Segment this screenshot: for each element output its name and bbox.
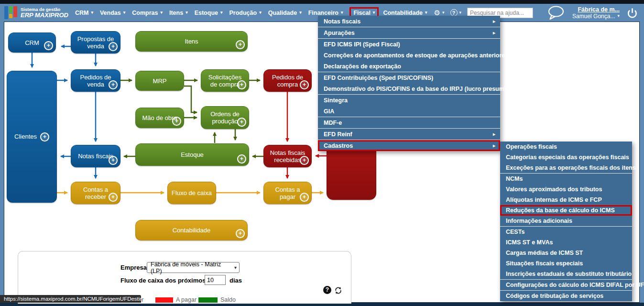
flow-box-notas-fiscais-recebidas[interactable]: Notas fiscais recebidas +: [263, 145, 312, 167]
nav-item-financeiro[interactable]: Financeiro▾: [308, 10, 343, 16]
help-menu[interactable]: ? ▾: [450, 9, 462, 16]
flow-box-solicitacoes-de-compra[interactable]: Solicitações de compra +: [201, 69, 249, 92]
submenu-arrow-icon: ▸: [493, 131, 495, 137]
add-button[interactable]: +: [109, 156, 118, 165]
product-name: ERP MAXIPROD: [21, 12, 68, 19]
chevron-down-icon: ▾: [234, 265, 237, 270]
add-button[interactable]: +: [109, 42, 118, 51]
empresa-select[interactable]: Fábrica de móveis - Matriz (LP) ▾: [147, 262, 240, 273]
user-menu[interactable]: Samuel Gonça... ▾: [572, 13, 620, 20]
nav-item-label: Contabilidade: [383, 10, 423, 16]
help-icon[interactable]: ?: [323, 286, 331, 294]
fiscal-menu-item-efd-icms-ipi-sped-fiscal[interactable]: EFD ICMS IPI (Sped Fiscal): [318, 39, 500, 50]
fiscal-menu-item-efd-contribuicoes-sped-pis-cofins[interactable]: EFD Contribuições (Sped PIS/COFINS): [318, 72, 500, 83]
add-button[interactable]: +: [109, 193, 118, 202]
cadastros-menu-item-reducoes-da-base-de-calculo-do-icms[interactable]: Reduções da base de cálculo do ICMS: [500, 205, 632, 216]
flow-box-mrp[interactable]: MRP: [135, 71, 184, 91]
nav-item-qualidade[interactable]: Qualidade▾: [268, 10, 302, 16]
menu-item-label: MDF-e: [324, 120, 342, 126]
nav-item-producao[interactable]: Produção▾: [229, 10, 262, 16]
add-button[interactable]: +: [109, 80, 118, 89]
flow-box-clientes[interactable]: Clientes+: [7, 71, 57, 203]
nav-item-itens[interactable]: Itens▾: [169, 10, 188, 16]
fiscal-menu-item-demonstrativo-do-pis-cofins-e-da-base-do-irpj-lucro-presumido[interactable]: Demonstrativo do PIS/COFINS e da base do…: [318, 83, 500, 95]
add-button[interactable]: +: [236, 229, 245, 238]
add-button[interactable]: +: [40, 132, 49, 142]
fiscal-menu-item-apuracoes[interactable]: Apurações▸: [318, 27, 500, 39]
company-link[interactable]: Fábrica de m...: [578, 6, 620, 13]
flow-box-label: Clientes+: [14, 132, 49, 142]
cadastros-menu-item-aliquotas-internas-de-icms-e-fcp[interactable]: Alíquotas internas de ICMS e FCP: [500, 195, 632, 205]
flow-box-fluxo-de-caixa[interactable]: Fluxo de caixa: [167, 182, 216, 204]
cadastros-menu-item-informacoes-adicionais[interactable]: Informações adicionais: [500, 216, 632, 227]
dias-input[interactable]: [205, 275, 226, 285]
flow-box-crm[interactable]: CRM +: [8, 33, 56, 53]
add-button[interactable]: +: [237, 80, 246, 89]
fiscal-menu-item-sintegra[interactable]: Sintegra: [318, 95, 500, 106]
menu-item-label: Exceções para as operações fiscais dos i…: [506, 164, 636, 171]
flow-box-contas-a-pagar[interactable]: Contas a pagar +: [263, 182, 312, 204]
flow-box-contas-a-receber[interactable]: Contas a receber +: [71, 182, 120, 204]
flow-box-contabilidade[interactable]: Contabilidade +: [135, 220, 248, 240]
menu-item-label: Situações fiscais especiais: [506, 260, 583, 267]
fiscal-menu-item-mdf-e[interactable]: MDF-e: [318, 117, 500, 129]
flow-box-estoque[interactable]: Estoque +: [135, 143, 249, 166]
add-button[interactable]: +: [237, 118, 246, 127]
flow-box-notas-fiscais[interactable]: Notas fiscais +: [71, 145, 120, 167]
refresh-icon[interactable]: [334, 286, 342, 295]
add-button[interactable]: +: [236, 40, 245, 49]
fiscal-menu-item-notas-fiscais[interactable]: Notas fiscais▸: [318, 16, 500, 27]
flow-box-label: Notas fiscais: [78, 153, 113, 160]
fiscal-menu-item-efd-reinf[interactable]: EFD Reinf▸: [318, 129, 500, 140]
cadastros-menu-item-operacoes-fiscais[interactable]: Operações fiscais: [500, 142, 632, 152]
fiscal-menu-item-correcoes-de-apontamentos-de-estoque-de-apuracoes-anteriores[interactable]: Correções de apontamentos de estoque de …: [318, 50, 500, 61]
nav-item-label: Fiscal: [353, 10, 370, 16]
cadastros-menu-item-inscricoes-estaduais-de-substituto-tributario[interactable]: Inscrições estaduais de substituto tribu…: [500, 269, 632, 280]
flow-box-label: Estoque: [181, 151, 204, 158]
cadastros-menu-item-cargas-medias-de-icms-st[interactable]: Cargas médias de ICMS ST: [500, 248, 632, 258]
legend-saldo-label: Saldo: [220, 296, 236, 303]
menu-item-label: Sintegra: [324, 97, 348, 104]
flow-box-itens[interactable]: Itens +: [135, 31, 248, 52]
nav-item-compras[interactable]: Compras▾: [132, 10, 163, 16]
add-button[interactable]: +: [300, 193, 309, 202]
flow-box-partially-hidden[interactable]: [327, 145, 376, 200]
add-button[interactable]: +: [237, 154, 246, 164]
add-button[interactable]: +: [44, 41, 53, 50]
nav-item-estoque[interactable]: Estoque▾: [195, 10, 223, 16]
legend-a-pagar-swatch: [155, 297, 173, 303]
flow-box-pedidos-de-venda[interactable]: Pedidos de venda +: [71, 69, 120, 92]
flow-box-mao-de-obra[interactable]: Mão de obra +: [135, 108, 184, 128]
fiscal-menu-item-cadastros[interactable]: Cadastros▸: [318, 140, 500, 151]
cadastros-menu-item-valores-aproximados-dos-tributos[interactable]: Valores aproximados dos tributos: [500, 184, 632, 195]
add-button[interactable]: +: [300, 156, 309, 165]
cadastros-menu-item-situacoes-fiscais-especiais[interactable]: Situações fiscais especiais: [500, 258, 632, 269]
add-button[interactable]: +: [300, 80, 309, 89]
chevron-down-icon: ▾: [617, 14, 620, 18]
flow-box-ordens-de-producao[interactable]: Ordens de produção +: [201, 106, 249, 129]
menu-item-label: Operações fiscais: [506, 143, 557, 150]
menu-item-label: Inscrições estaduais de substituto tribu…: [506, 271, 632, 277]
fiscal-menu-item-declaracoes-de-exportacao[interactable]: Declarações de exportação: [318, 61, 500, 72]
flow-box-propostas-de-venda[interactable]: Propostas de venda +: [71, 31, 120, 54]
cadastros-menu-item-excecoes-para-as-operacoes-fiscais-dos-itens[interactable]: Exceções para as operações fiscais dos i…: [500, 163, 632, 174]
chat-icon[interactable]: [546, 5, 566, 20]
nav-item-vendas[interactable]: Vendas▾: [100, 10, 125, 16]
flow-box-pedidos-de-compra[interactable]: Pedidos de compra +: [263, 69, 312, 92]
menu-item-label: Valores aproximados dos tributos: [506, 186, 602, 193]
cadastros-menu-item-cests[interactable]: CESTs: [500, 227, 632, 237]
nav-item-contabilidade[interactable]: Contabilidade▾: [383, 10, 427, 16]
power-icon[interactable]: [626, 7, 638, 19]
cadastros-menu-item-codigos-de-tributacao-de-servicos[interactable]: Códigos de tributação de serviços: [500, 291, 632, 301]
nav-item-crm[interactable]: CRM▾: [75, 10, 93, 16]
submenu-arrow-icon: ▸: [493, 19, 495, 24]
cadastros-menu-item-icms-st-e-mvas[interactable]: ICMS ST e MVAs: [500, 237, 632, 248]
cadastros-menu-item-configuracoes-do-calculo-do-icms-difal-por-uf[interactable]: Configurações do cálculo do ICMS DIFAL p…: [500, 280, 632, 291]
cadastros-menu-item-ncms[interactable]: NCMs: [500, 174, 632, 184]
fiscal-menu-item-gia[interactable]: GIA: [318, 106, 500, 117]
nav-item-label: Financeiro: [308, 10, 338, 16]
cadastros-menu-item-categorias-especiais-das-operacoes-fiscais[interactable]: Categorias especiais das operações fisca…: [500, 152, 632, 163]
menu-item-label: Reduções da base de cálculo do ICMS: [506, 207, 615, 214]
app-logo[interactable]: Sistema de gestão ERP MAXIPROD: [4, 6, 68, 19]
add-button[interactable]: +: [172, 117, 181, 126]
